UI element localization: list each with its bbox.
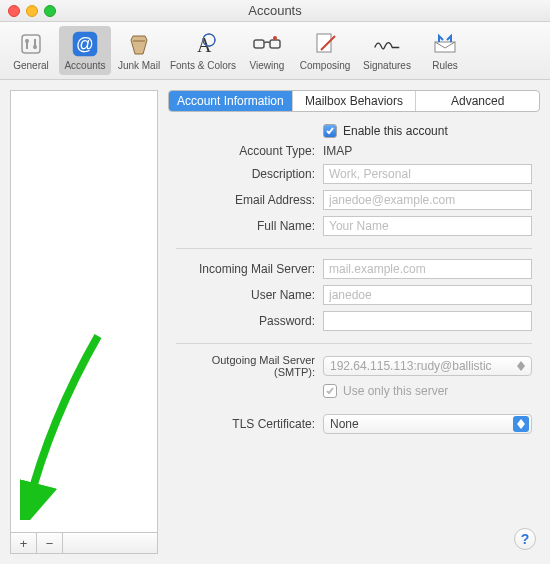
svg-point-2 — [25, 39, 29, 43]
zoom-window-button[interactable] — [44, 5, 56, 17]
svg-point-4 — [33, 45, 37, 49]
toolbar-label: Signatures — [363, 60, 411, 71]
updown-icon — [513, 358, 529, 374]
svg-rect-13 — [270, 40, 280, 48]
at-sign-icon: @ — [71, 30, 99, 58]
svg-text:@: @ — [76, 34, 94, 54]
toolbar-accounts[interactable]: @ Accounts — [59, 26, 111, 75]
toolbar-label: General — [13, 60, 49, 71]
account-type-label: Account Type: — [168, 144, 323, 158]
preferences-toolbar: General @ Accounts Junk Mail A Fonts & C… — [0, 22, 550, 80]
email-input[interactable] — [323, 190, 532, 210]
minus-icon: − — [46, 536, 54, 551]
tab-advanced[interactable]: Advanced — [416, 91, 539, 111]
description-label: Description: — [168, 167, 323, 181]
tab-account-information[interactable]: Account Information — [169, 91, 293, 111]
remove-account-button[interactable]: − — [37, 533, 63, 553]
toolbar-label: Viewing — [250, 60, 285, 71]
close-window-button[interactable] — [8, 5, 20, 17]
help-button[interactable]: ? — [514, 528, 536, 550]
incoming-server-label: Incoming Mail Server: — [168, 262, 323, 276]
titlebar: Accounts — [0, 0, 550, 22]
window-title: Accounts — [0, 3, 550, 18]
enable-account-label: Enable this account — [343, 124, 448, 138]
compose-icon — [311, 30, 339, 58]
toolbar-label: Rules — [432, 60, 458, 71]
toolbar-signatures[interactable]: Signatures — [357, 26, 417, 75]
svg-point-14 — [273, 36, 277, 40]
email-label: Email Address: — [168, 193, 323, 207]
question-icon: ? — [521, 531, 530, 547]
fonts-icon: A — [189, 30, 217, 58]
signature-icon — [373, 30, 401, 58]
plus-icon: + — [20, 536, 28, 551]
smtp-select[interactable]: 192.64.115.113:rudy@ballistic — [323, 356, 532, 376]
svg-text:A: A — [197, 34, 212, 56]
enable-account-checkbox[interactable] — [323, 124, 337, 138]
incoming-server-input[interactable] — [323, 259, 532, 279]
account-type-value: IMAP — [323, 144, 540, 158]
username-label: User Name: — [168, 288, 323, 302]
tls-select[interactable]: None — [323, 414, 532, 434]
account-tabs: Account Information Mailbox Behaviors Ad… — [168, 90, 540, 112]
tls-label: TLS Certificate: — [168, 417, 323, 431]
svg-rect-0 — [22, 35, 40, 53]
accounts-sidebar: + − — [10, 90, 158, 554]
use-only-server-checkbox[interactable] — [323, 384, 337, 398]
fullname-input[interactable] — [323, 216, 532, 236]
password-label: Password: — [168, 314, 323, 328]
minimize-window-button[interactable] — [26, 5, 38, 17]
traffic-lights — [8, 5, 56, 17]
tls-value: None — [330, 417, 359, 431]
add-account-button[interactable]: + — [11, 533, 37, 553]
divider — [176, 343, 532, 344]
switches-icon — [17, 30, 45, 58]
toolbar-general[interactable]: General — [5, 26, 57, 75]
trash-icon — [125, 30, 153, 58]
toolbar-label: Composing — [300, 60, 351, 71]
toolbar-fonts-colors[interactable]: A Fonts & Colors — [167, 26, 239, 75]
password-input[interactable] — [323, 311, 532, 331]
toolbar-rules[interactable]: Rules — [419, 26, 471, 75]
divider — [176, 248, 532, 249]
toolbar-composing[interactable]: Composing — [295, 26, 355, 75]
tab-mailbox-behaviors[interactable]: Mailbox Behaviors — [293, 91, 417, 111]
glasses-icon — [253, 30, 281, 58]
smtp-value: 192.64.115.113:rudy@ballistic — [330, 359, 492, 373]
username-input[interactable] — [323, 285, 532, 305]
rules-icon — [431, 30, 459, 58]
accounts-list[interactable] — [10, 90, 158, 532]
toolbar-junk-mail[interactable]: Junk Mail — [113, 26, 165, 75]
toolbar-label: Junk Mail — [118, 60, 160, 71]
toolbar-label: Fonts & Colors — [170, 60, 236, 71]
updown-icon — [513, 416, 529, 432]
svg-rect-12 — [254, 40, 264, 48]
account-detail-pane: Account Information Mailbox Behaviors Ad… — [168, 90, 540, 554]
fullname-label: Full Name: — [168, 219, 323, 233]
toolbar-label: Accounts — [64, 60, 105, 71]
toolbar-viewing[interactable]: Viewing — [241, 26, 293, 75]
smtp-label: Outgoing Mail Server (SMTP): — [168, 354, 323, 378]
use-only-server-label: Use only this server — [343, 384, 448, 398]
description-input[interactable] — [323, 164, 532, 184]
